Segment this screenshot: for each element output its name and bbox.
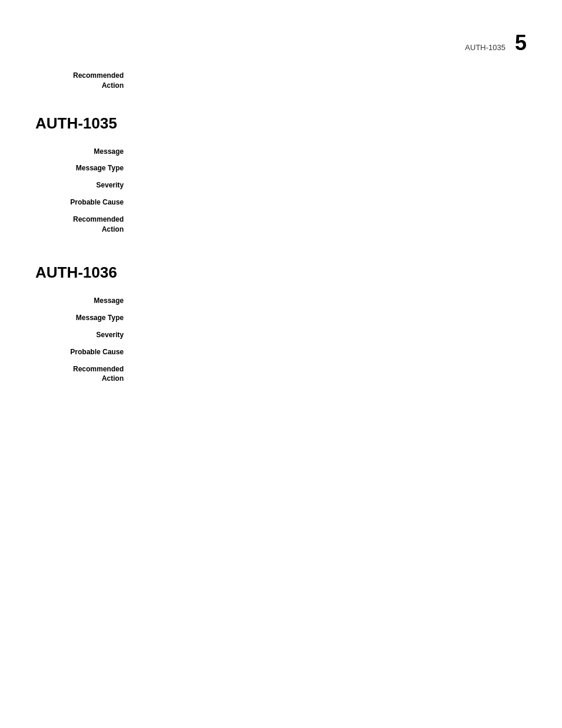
section-title-auth-1035: AUTH-1035 bbox=[35, 114, 527, 133]
auth-1035-recommended-action-label: RecommendedAction bbox=[35, 215, 135, 235]
auth-1036-severity-label: Severity bbox=[35, 330, 135, 340]
auth-1035-recommended-action-value bbox=[135, 215, 527, 235]
auth-1035-message-label: Message bbox=[35, 147, 135, 157]
auth-1036-message-type-label: Message Type bbox=[35, 313, 135, 323]
auth-1035-probable-cause-value bbox=[135, 197, 527, 207]
page-header: AUTH-1035 5 bbox=[465, 32, 527, 54]
page-number: 5 bbox=[515, 32, 527, 54]
auth-1035-severity-row: Severity bbox=[35, 180, 527, 190]
auth-1036-message-type-row: Message Type bbox=[35, 313, 527, 323]
section-title-auth-1036: AUTH-1036 bbox=[35, 263, 527, 282]
content-area: RecommendedAction AUTH-1035 Message Mess… bbox=[0, 71, 562, 413]
page-id: AUTH-1035 bbox=[465, 43, 505, 52]
auth-1036-recommended-action-label: RecommendedAction bbox=[35, 364, 135, 384]
auth-1036-message-row: Message bbox=[35, 296, 527, 306]
auth-1036-message-value bbox=[135, 296, 527, 306]
auth-1036-probable-cause-value bbox=[135, 347, 527, 357]
auth-1036-probable-cause-row: Probable Cause bbox=[35, 347, 527, 357]
preceding-section: RecommendedAction bbox=[35, 71, 527, 91]
auth-1035-severity-value bbox=[135, 180, 527, 190]
auth-1035-message-row: Message bbox=[35, 147, 527, 157]
auth-1035-severity-label: Severity bbox=[35, 180, 135, 190]
auth-1036-severity-row: Severity bbox=[35, 330, 527, 340]
section-auth-1036-fields: Message Message Type Severity Probable C… bbox=[35, 296, 527, 384]
auth-1036-severity-value bbox=[135, 330, 527, 340]
auth-1035-message-type-row: Message Type bbox=[35, 163, 527, 173]
preceding-recommended-action-row: RecommendedAction bbox=[35, 71, 527, 91]
section-auth-1036: AUTH-1036 Message Message Type Severity … bbox=[35, 263, 527, 384]
auth-1035-probable-cause-row: Probable Cause bbox=[35, 197, 527, 207]
auth-1036-message-type-value bbox=[135, 313, 527, 323]
auth-1036-message-label: Message bbox=[35, 296, 135, 306]
auth-1035-message-type-value bbox=[135, 163, 527, 173]
section-auth-1035: AUTH-1035 Message Message Type Severity … bbox=[35, 114, 527, 235]
auth-1035-probable-cause-label: Probable Cause bbox=[35, 197, 135, 207]
auth-1036-recommended-action-row: RecommendedAction bbox=[35, 364, 527, 384]
auth-1036-recommended-action-value bbox=[135, 364, 527, 384]
section-auth-1035-fields: Message Message Type Severity Probable C… bbox=[35, 147, 527, 235]
auth-1035-message-type-label: Message Type bbox=[35, 163, 135, 173]
preceding-recommended-action-value bbox=[135, 71, 527, 91]
preceding-recommended-action-label: RecommendedAction bbox=[35, 71, 135, 91]
auth-1036-probable-cause-label: Probable Cause bbox=[35, 347, 135, 357]
auth-1035-message-value bbox=[135, 147, 527, 157]
auth-1035-recommended-action-row: RecommendedAction bbox=[35, 215, 527, 235]
